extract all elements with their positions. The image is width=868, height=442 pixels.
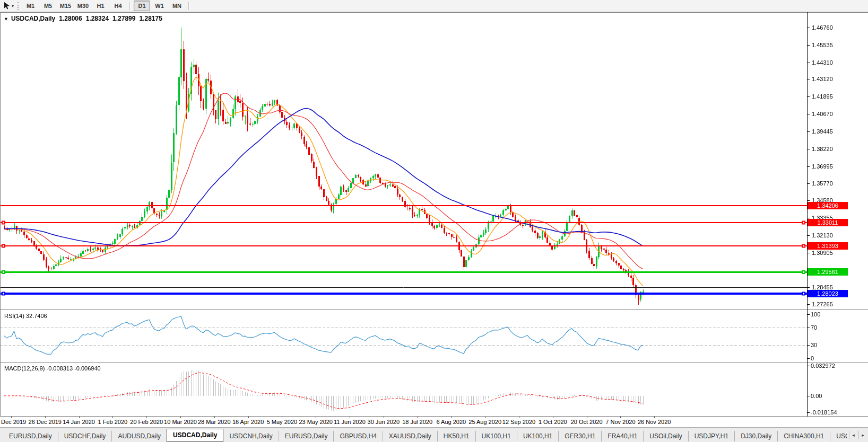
date-label: 20 Feb 2020 (130, 419, 163, 425)
price-tick-label: 1.38220 (812, 146, 833, 153)
macd-tick-label: -0.018154 (811, 409, 837, 416)
rsi-tick-label: 100 (811, 311, 820, 318)
date-tick-mark (654, 417, 655, 418)
date-tick-mark (418, 417, 418, 418)
ohlc-high: 1.28324 (86, 15, 109, 22)
date-tick-mark (11, 417, 12, 418)
timeframe-button-m1[interactable]: M1 (22, 1, 39, 11)
date-tick-mark (587, 417, 587, 418)
date-tick-mark (553, 417, 553, 418)
tab-dj30-daily[interactable]: DJ30,Daily (734, 431, 777, 441)
toolbar-separator (188, 2, 189, 10)
date-tick-mark (45, 417, 46, 418)
line-price-badge: 1.31393 (808, 242, 848, 250)
tab-usdcad-daily[interactable]: USDCAD,Daily (167, 429, 223, 442)
chart-tab-bar: EURUSD,DailyUSDCHF,DailyAUDUSD,DailyUSDC… (0, 427, 868, 442)
timeframe-button-m30[interactable]: M30 (75, 1, 91, 11)
price-tick-label: 1.41895 (812, 93, 833, 100)
ohlc-close: 1.28175 (139, 15, 162, 22)
date-tick-mark (316, 417, 316, 418)
date-tick-mark (112, 417, 113, 418)
timeframe-buttons: M1M5M15M30H1H4D1W1MN (22, 1, 192, 11)
date-tick-mark (519, 417, 519, 418)
tab-eurusd-daily[interactable]: EURUSD,Daily (279, 431, 334, 441)
date-tick-mark (350, 417, 350, 418)
tab-usdcnh-daily[interactable]: USDCNH,Daily (223, 431, 278, 441)
date-label: 1 Oct 2020 (539, 419, 567, 425)
date-tick-mark (248, 417, 249, 418)
cursor-tool-icon[interactable] (2, 1, 12, 11)
tab-usdchf-daily[interactable]: USDCHF,Daily (58, 431, 112, 441)
tool-dropdown-caret-icon[interactable]: ▾ (12, 4, 14, 8)
price-tick-label: 1.43120 (812, 76, 833, 83)
timeframe-button-h1[interactable]: H1 (92, 1, 109, 11)
date-tick-mark (282, 417, 282, 418)
date-label: 20 Oct 2020 (571, 419, 603, 425)
date-label: 25 Aug 2020 (468, 419, 501, 425)
date-tick-mark (146, 417, 147, 418)
chart-plot[interactable] (0, 12, 868, 417)
date-label: 26 Dec 2019 (29, 419, 62, 425)
price-tick-label: 1.40670 (812, 111, 833, 118)
tab-fra40-h1[interactable]: FRA40,H1 (601, 431, 643, 441)
date-label: 5 May 2020 (267, 419, 297, 425)
date-tick-mark (485, 417, 485, 418)
rsi-indicator-label: RSI(14) 32.7406 (4, 313, 47, 319)
tab-audusd-daily[interactable]: AUDUSD,Daily (111, 431, 167, 441)
macd-indicator-label: MACD(12,26,9) -0.008313 -0.006940 (4, 365, 101, 372)
tab-usoil-daily[interactable]: USOil,Daily (643, 431, 688, 441)
date-label: 6 Aug 2020 (437, 419, 466, 425)
tab-china300-h1[interactable]: CHINA300,H1 (777, 431, 830, 441)
date-label: 1 Feb 2020 (98, 419, 128, 425)
tab-ger30-h1[interactable]: GER30,H1 (558, 431, 601, 441)
date-label: 10 Mar 2020 (164, 419, 197, 425)
price-tick-label: 1.39445 (812, 128, 833, 135)
tab-usoil-h1[interactable]: USOil,H1 (830, 431, 847, 441)
tab-scroll-buttons: ◂ ▸ (849, 431, 867, 439)
tab-scroll-right-button[interactable]: ▸ (858, 431, 867, 439)
tab-scroll-left-button[interactable]: ◂ (849, 431, 857, 439)
timeframe-button-d1[interactable]: D1 (134, 1, 150, 11)
date-label: 30 Jun 2020 (368, 419, 400, 425)
chart-title: ▼USDCAD,Daily1.280061.283241.278991.2817… (4, 15, 162, 22)
tab-xauusd-daily[interactable]: XAUUSD,Daily (383, 431, 437, 441)
price-tick-label: 1.46760 (812, 24, 833, 31)
toolbar: ▾ M1M5M15M30H1H4D1W1MN (0, 0, 868, 12)
date-tick-mark (451, 417, 452, 418)
tab-usdjpy-h1[interactable]: USDJPY,H1 (688, 431, 734, 441)
line-price-badge: 1.28023 (808, 290, 848, 297)
tab-uk100-h1[interactable]: UK100,H1 (475, 431, 517, 441)
macd-tick-label: 0.00 (811, 393, 822, 400)
line-price-badge: 1.29561 (808, 268, 848, 276)
chart-symbol-label: USDCAD,Daily (11, 15, 55, 22)
tab-uk100-h1[interactable]: UK100,H1 (517, 431, 558, 441)
date-label: 23 May 2020 (299, 419, 333, 425)
toolbar-grip[interactable] (18, 2, 19, 10)
tab-gbpusd-h4[interactable]: GBPUSD,H4 (333, 431, 382, 441)
tab-eurusd-daily[interactable]: EURUSD,Daily (3, 431, 58, 441)
timeframe-button-h4[interactable]: H4 (110, 1, 126, 11)
rsi-tick-label: 0 (811, 355, 814, 362)
date-label: 11 Jun 2020 (334, 419, 366, 425)
price-tick-label: 1.35770 (812, 180, 833, 187)
date-label: 28 Mar 2020 (198, 419, 231, 425)
chart-collapse-icon[interactable]: ▼ (4, 16, 8, 22)
line-price-badge: 1.33011 (808, 219, 848, 226)
date-label: 7 Nov 2020 (605, 419, 635, 425)
rsi-tick-label: 30 (811, 342, 817, 349)
macd-tick-label: 0.032972 (811, 363, 835, 369)
date-label: 18 Jul 2020 (402, 419, 432, 425)
toolbar-separator (129, 2, 131, 10)
ohlc-open: 1.28006 (59, 15, 82, 22)
price-tick-label: 1.30905 (812, 250, 833, 257)
date-tick-mark (79, 417, 80, 418)
chart-tabs: EURUSD,DailyUSDCHF,DailyAUDUSD,DailyUSDC… (3, 428, 847, 442)
timeframe-button-m5[interactable]: M5 (40, 1, 56, 11)
price-tick-label: 1.36995 (812, 163, 833, 170)
timeframe-button-m15[interactable]: M15 (57, 1, 74, 11)
tab-hk50-h1[interactable]: HK50,H1 (437, 431, 475, 441)
chart-area: ▼USDCAD,Daily1.280061.283241.278991.2817… (0, 12, 868, 417)
rsi-tick-label: 70 (811, 324, 817, 331)
timeframe-button-w1[interactable]: W1 (151, 1, 168, 11)
timeframe-button-mn[interactable]: MN (169, 1, 185, 11)
